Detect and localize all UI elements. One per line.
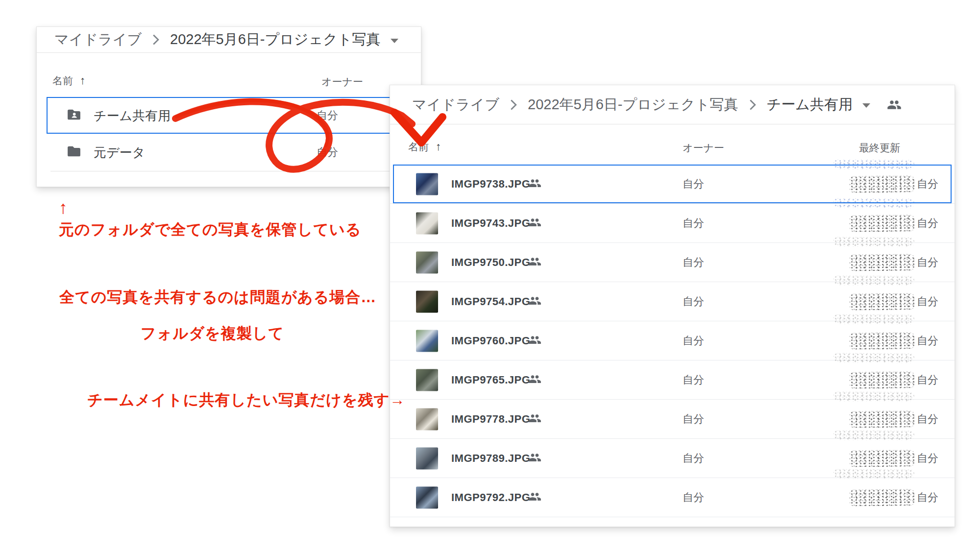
sort-ascending-icon[interactable]: ↑	[436, 140, 441, 153]
drive-window-parent-folder: マイドライブ 2022年5月6日-プロジェクト写真 名前↑ オーナー チーム共有…	[36, 26, 421, 187]
file-name: IMGP9778.JPG	[451, 413, 530, 426]
screenshot-stage: マイドライブ 2022年5月6日-プロジェクト写真 名前↑ オーナー チーム共有…	[0, 0, 980, 551]
redaction-scribble	[833, 237, 914, 247]
owner-value: 自分	[683, 373, 704, 387]
breadcrumb-parent-folder[interactable]: 2022年5月6日-プロジェクト写真	[528, 95, 738, 115]
file-name: IMGP9738.JPG	[451, 178, 530, 191]
folder-row[interactable]: チーム共有用 自分	[37, 97, 421, 134]
chevron-right-icon	[748, 99, 757, 111]
owner-value: 自分	[683, 490, 704, 505]
chevron-right-icon	[509, 99, 518, 111]
file-name: IMGP9754.JPG	[451, 295, 530, 308]
shared-people-icon	[528, 372, 541, 387]
photo-thumbnail	[416, 251, 438, 273]
shared-folder-icon	[65, 107, 83, 124]
annotation-line3: フォルダを複製して	[141, 323, 284, 344]
file-row[interactable]: IMGP9792.JPG 自分 自分	[390, 478, 955, 517]
redaction-scribble	[850, 215, 914, 232]
redaction-scribble	[833, 314, 914, 324]
redaction-scribble	[850, 450, 914, 467]
breadcrumb-current-folder[interactable]: チーム共有用	[767, 95, 853, 115]
folder-menu-caret-icon[interactable]	[391, 39, 398, 43]
column-header-last-modified[interactable]: 最終更新	[859, 141, 900, 155]
modified-by-value: 自分	[917, 216, 938, 231]
redaction-scribble	[833, 430, 914, 440]
shared-people-icon	[528, 333, 541, 348]
breadcrumb: マイドライブ 2022年5月6日-プロジェクト写真	[37, 27, 421, 53]
annotation-line2: 全ての写真を共有するのは問題がある場合…	[59, 287, 376, 308]
redaction-scribble	[833, 275, 914, 286]
file-name: IMGP9750.JPG	[451, 256, 530, 269]
shared-people-icon	[528, 255, 541, 270]
drive-window-team-folder: マイドライブ 2022年5月6日-プロジェクト写真 チーム共有用 名前↑ オーナ…	[390, 85, 955, 527]
folder-name: チーム共有用	[94, 107, 171, 124]
redaction-scribble	[833, 353, 914, 363]
modified-by-value: 自分	[917, 412, 938, 427]
folder-name: 元データ	[94, 144, 145, 161]
shared-people-icon	[528, 411, 541, 427]
modified-by-value: 自分	[917, 451, 938, 466]
column-header-owner[interactable]: オーナー	[683, 141, 724, 155]
photo-thumbnail	[416, 369, 438, 391]
file-name: IMGP9743.JPG	[451, 217, 530, 230]
photo-thumbnail	[416, 173, 438, 195]
owner-value: 自分	[683, 451, 704, 466]
redaction-scribble	[850, 254, 914, 271]
chevron-right-icon	[151, 34, 160, 46]
file-name: IMGP9760.JPG	[451, 335, 530, 347]
redaction-scribble	[850, 293, 914, 310]
breadcrumb-my-drive[interactable]: マイドライブ	[412, 95, 499, 115]
owner-value: 自分	[683, 294, 704, 309]
redaction-scribble	[833, 391, 914, 402]
redaction-scribble	[850, 371, 914, 388]
folder-row[interactable]: 元データ 自分	[37, 134, 421, 170]
redaction-scribble	[833, 198, 914, 208]
breadcrumb: マイドライブ 2022年5月6日-プロジェクト写真 チーム共有用	[390, 85, 955, 124]
breadcrumb-current-folder[interactable]: 2022年5月6日-プロジェクト写真	[170, 30, 381, 49]
annotation-up-arrow: ↑	[59, 197, 68, 218]
redaction-scribble	[850, 489, 914, 506]
shared-people-icon	[528, 294, 541, 309]
folder-icon	[65, 144, 83, 161]
modified-by-value: 自分	[917, 294, 938, 309]
file-name: IMGP9765.JPG	[451, 374, 530, 386]
list-end-divider	[50, 171, 415, 171]
redaction-scribble	[850, 175, 914, 192]
owner-value: 自分	[683, 255, 704, 270]
owner-value: 自分	[683, 216, 704, 231]
modified-by-value: 自分	[917, 490, 938, 505]
photo-thumbnail	[416, 330, 438, 352]
owner-value: 自分	[317, 145, 338, 160]
modified-by-value: 自分	[917, 334, 938, 348]
folder-menu-caret-icon[interactable]	[862, 103, 870, 108]
owner-value: 自分	[683, 334, 704, 348]
column-header-name-label: 名前	[408, 141, 429, 152]
photo-thumbnail	[416, 212, 438, 234]
owner-value: 自分	[317, 108, 338, 123]
owner-value: 自分	[683, 412, 704, 427]
folder-shared-people-icon	[887, 97, 902, 112]
column-header-name-label: 名前	[52, 75, 73, 86]
shared-people-icon	[528, 216, 541, 231]
modified-by-value: 自分	[917, 255, 938, 270]
file-name: IMGP9789.JPG	[451, 452, 530, 465]
annotation-line1: 元のフォルダで全ての写真を保管している	[59, 219, 361, 240]
shared-people-icon	[528, 176, 541, 192]
redaction-scribble	[850, 332, 914, 349]
breadcrumb-my-drive[interactable]: マイドライブ	[54, 30, 142, 49]
photo-thumbnail	[416, 408, 438, 430]
column-header-name[interactable]: 名前↑	[408, 140, 441, 154]
sort-ascending-icon[interactable]: ↑	[80, 74, 86, 87]
column-header-owner[interactable]: オーナー	[321, 75, 363, 89]
annotation-line4: チームメイトに共有したい写真だけを残す→	[87, 390, 405, 410]
photo-thumbnail	[416, 447, 438, 469]
redaction-scribble	[833, 469, 914, 479]
shared-people-icon	[528, 490, 541, 505]
photo-thumbnail	[416, 290, 438, 312]
file-name: IMGP9792.JPG	[451, 491, 530, 504]
column-header-name[interactable]: 名前↑	[52, 74, 86, 88]
owner-value: 自分	[683, 177, 704, 192]
modified-by-value: 自分	[917, 177, 938, 192]
modified-by-value: 自分	[917, 373, 938, 387]
photo-thumbnail	[416, 486, 438, 508]
